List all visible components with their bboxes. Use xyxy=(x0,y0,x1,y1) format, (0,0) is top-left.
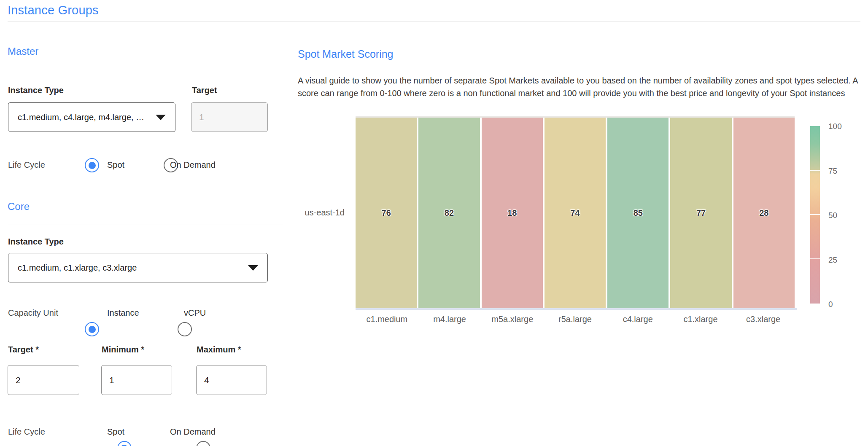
master-heading: Master xyxy=(8,46,38,57)
core-section: Core Instance Type c1.medium, c1.xlarge,… xyxy=(0,16,868,32)
core-target-label: Target * xyxy=(8,345,39,355)
master-target-label: Target xyxy=(192,86,217,95)
heatmap-cell-c3.xlarge[interactable]: 28 xyxy=(733,118,795,308)
master-instance-type-select[interactable]: c1.medium, c4.large, m4.large, … xyxy=(8,102,175,132)
master-divider xyxy=(8,71,283,71)
scoring-heading: Spot Market Scoring xyxy=(298,48,394,60)
chevron-down-icon xyxy=(156,115,166,120)
heatmap-x-label: m4.large xyxy=(418,314,481,324)
core-instance-type-label: Instance Type xyxy=(8,237,64,247)
core-maximum-value: 4 xyxy=(204,375,209,385)
heatmap-cells: 76821874857728 xyxy=(356,118,795,308)
legend-separator xyxy=(810,214,820,215)
legend-tick-label: 25 xyxy=(828,255,842,265)
legend-tick-labels: 1007550250 xyxy=(828,121,842,309)
heatmap-cell-value: 76 xyxy=(382,208,391,218)
core-instance-type-value: c1.medium, c1.xlarge, c3.xlarge xyxy=(18,263,137,273)
core-radio-vcpu[interactable] xyxy=(178,322,192,336)
scoring-description: A visual guide to show you the number of… xyxy=(298,74,863,99)
heatmap-cell-value: 28 xyxy=(759,208,768,218)
heatmap-cell-c1.xlarge[interactable]: 77 xyxy=(670,118,731,308)
core-radio-on-demand[interactable] xyxy=(196,441,210,446)
heatmap-x-label: c3.xlarge xyxy=(732,314,795,324)
master-section: Master Instance Type Target c1.medium, c… xyxy=(0,0,868,16)
core-divider xyxy=(8,225,283,225)
master-instance-type-label: Instance Type xyxy=(8,86,64,95)
heatmap-cell-m4.large[interactable]: 82 xyxy=(418,118,480,308)
master-radio-spot-label: Spot xyxy=(107,160,124,170)
heatmap-cell-r5a.large[interactable]: 74 xyxy=(545,118,606,308)
heatmap-cell-value: 18 xyxy=(507,208,517,218)
legend-separator xyxy=(810,258,820,259)
legend-color-bar xyxy=(810,126,820,304)
core-radio-spot-label: Spot xyxy=(107,427,124,437)
legend-tick-label: 0 xyxy=(828,299,842,309)
heatmap-cell-value: 85 xyxy=(633,208,643,218)
heatmap-x-label: m5a.xlarge xyxy=(481,314,544,324)
master-radio-spot[interactable] xyxy=(85,158,99,172)
heatmap-x-labels: c1.mediumm4.largem5a.xlarger5a.largec4.l… xyxy=(356,314,795,324)
header-divider xyxy=(8,21,860,21)
master-target-value: 1 xyxy=(199,112,204,122)
legend-separator xyxy=(810,170,820,171)
heatmap-x-label: c4.large xyxy=(607,314,669,324)
core-radio-instance-label: Instance xyxy=(107,308,139,318)
heatmap-cell-value: 77 xyxy=(696,208,706,218)
instance-groups-page: Instance Groups Master Instance Type Tar… xyxy=(0,0,868,446)
heatmap-cell-c4.large[interactable]: 85 xyxy=(607,118,669,308)
master-target-input[interactable]: 1 xyxy=(191,102,268,132)
heatmap-cell-value: 82 xyxy=(445,208,454,218)
core-radio-instance[interactable] xyxy=(85,322,99,336)
heatmap-bottom-border xyxy=(356,308,797,310)
core-minimum-value: 1 xyxy=(109,375,114,385)
core-minimum-label: Minimum * xyxy=(102,345,144,355)
master-instance-type-value: c1.medium, c4.large, m4.large, … xyxy=(18,113,144,122)
core-radio-vcpu-label: vCPU xyxy=(184,308,206,318)
core-life-cycle-label: Life Cycle xyxy=(8,427,45,437)
legend-tick-label: 100 xyxy=(828,121,842,132)
heatmap-row-label: us-east-1d xyxy=(270,208,345,218)
core-capacity-unit-label: Capacity Unit xyxy=(8,308,58,318)
legend-tick-label: 50 xyxy=(828,210,842,220)
heatmap-cell-value: 74 xyxy=(570,208,580,218)
core-target-value: 2 xyxy=(16,375,21,385)
heatmap-x-label: c1.medium xyxy=(356,314,418,324)
page-title: Instance Groups xyxy=(8,3,99,17)
core-maximum-label: Maximum * xyxy=(197,345,241,355)
heatmap-cell-c1.medium[interactable]: 76 xyxy=(356,118,417,308)
core-minimum-input[interactable]: 1 xyxy=(101,365,172,395)
heatmap-x-label: c1.xlarge xyxy=(669,314,732,324)
core-radio-spot[interactable] xyxy=(117,441,132,446)
legend-tick-label: 75 xyxy=(828,166,842,176)
heatmap-x-label: r5a.large xyxy=(544,314,607,324)
heatmap-cell-m5a.xlarge[interactable]: 18 xyxy=(482,118,543,308)
master-radio-on-demand-label: On Demand xyxy=(170,160,216,170)
core-instance-type-select[interactable]: c1.medium, c1.xlarge, c3.xlarge xyxy=(8,253,268,282)
core-maximum-input[interactable]: 4 xyxy=(196,365,267,395)
core-target-input[interactable]: 2 xyxy=(8,365,79,395)
chevron-down-icon xyxy=(248,265,258,271)
core-radio-on-demand-label: On Demand xyxy=(170,427,216,437)
master-life-cycle-label: Life Cycle xyxy=(8,160,45,170)
core-heading: Core xyxy=(8,201,30,212)
